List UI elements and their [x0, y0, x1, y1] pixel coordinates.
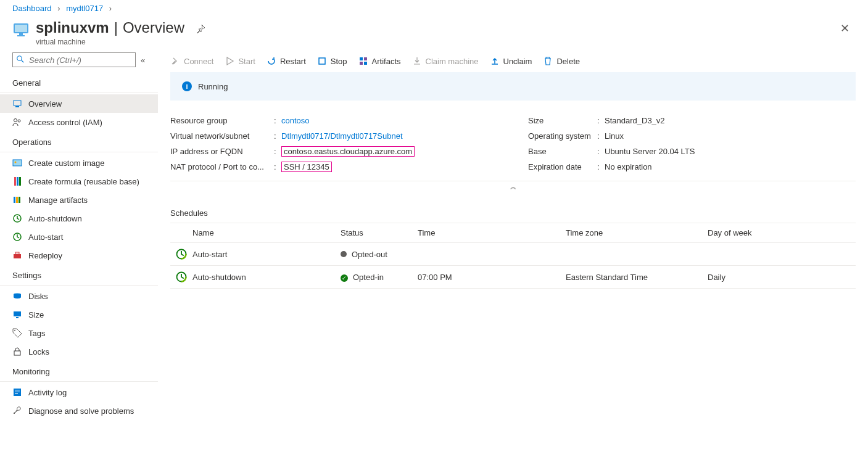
sidebar-item-artifacts[interactable]: Manage artifacts — [0, 191, 158, 209]
prop-label-size: Size — [528, 116, 597, 125]
delete-button[interactable]: Delete — [543, 56, 580, 66]
sidebar-item-redeploy[interactable]: Redeploy — [0, 246, 158, 265]
tag-icon — [12, 328, 22, 338]
main-content: Connect Start Restart Stop Artifacts Cla… — [158, 52, 868, 420]
sidebar-item-activity[interactable]: Activity log — [0, 383, 158, 401]
schedule-dow: Daily — [708, 273, 856, 282]
search-input[interactable] — [12, 52, 136, 67]
schedule-time: 07:00 PM — [418, 273, 566, 282]
sidebar-item-label: Locks — [28, 347, 49, 356]
vm-icon — [12, 21, 30, 38]
col-status: Status — [341, 228, 418, 237]
artifacts-icon — [12, 195, 22, 205]
table-row[interactable]: Auto-start Opted-out — [170, 243, 856, 266]
breadcrumb-lab[interactable]: mydtl0717 — [66, 4, 103, 13]
svg-rect-2 — [19, 33, 23, 35]
resource-type: virtual machine — [36, 38, 184, 46]
svg-rect-32 — [360, 57, 363, 60]
restart-button[interactable]: Restart — [267, 56, 306, 66]
search-field[interactable] — [28, 55, 131, 65]
pin-icon[interactable] — [196, 24, 205, 36]
artifacts-icon — [358, 56, 368, 66]
resource-name: splinuxvm — [36, 19, 109, 36]
svg-rect-7 — [15, 106, 19, 107]
fqdn-value[interactable]: contoso.eastus.cloudapp.azure.com — [281, 146, 415, 157]
sidebar-item-auto-shutdown[interactable]: Auto-shutdown — [0, 209, 158, 228]
sidebar-item-label: Size — [28, 310, 44, 319]
sidebar-item-label: Create custom image — [28, 159, 105, 168]
nav-header-settings: Settings — [0, 265, 158, 286]
sidebar-item-label: Diagnose and solve problems — [28, 406, 134, 416]
sidebar-item-locks[interactable]: Locks — [0, 342, 158, 361]
sidebar-item-label: Redeploy — [28, 251, 62, 260]
base-value: Ubuntu Server 20.04 LTS — [605, 147, 856, 156]
schedules-table: Name Status Time Time zone Day of week A… — [170, 223, 856, 289]
sidebar-item-size[interactable]: Size — [0, 305, 158, 324]
table-header-row: Name Status Time Time zone Day of week — [170, 223, 856, 243]
sidebar-item-overview[interactable]: Overview — [0, 94, 158, 113]
prop-label-os: Operating system — [528, 131, 597, 141]
chevron-right-icon: › — [109, 4, 112, 13]
svg-rect-12 — [14, 177, 16, 186]
status-dot-green-icon: ✓ — [341, 274, 348, 282]
svg-point-4 — [17, 56, 22, 60]
svg-rect-33 — [364, 57, 367, 60]
claim-button[interactable]: Claim machine — [412, 56, 479, 66]
table-row[interactable]: Auto-shutdown ✓Opted-in 07:00 PM Eastern… — [170, 266, 856, 289]
sidebar-item-label: Auto-shutdown — [28, 214, 82, 223]
sidebar: « General Overview Access control (IAM) … — [0, 52, 158, 420]
svg-rect-1 — [15, 25, 27, 32]
restart-icon — [267, 56, 276, 66]
nat-port-value[interactable]: SSH / 12345 — [281, 162, 332, 172]
properties-grid: Resource group : contoso Virtual network… — [158, 101, 868, 195]
prop-label-nat: NAT protocol / Port to co... — [170, 162, 274, 171]
sidebar-item-auto-start[interactable]: Auto-start — [0, 228, 158, 246]
search-icon — [17, 56, 24, 65]
play-icon — [225, 56, 234, 66]
schedule-status: ✓Opted-in — [341, 273, 418, 282]
status-text: Running — [198, 82, 228, 91]
sidebar-item-label: Tags — [28, 329, 45, 338]
schedule-name: Auto-start — [192, 250, 341, 259]
sidebar-collapse-icon[interactable]: « — [141, 56, 145, 65]
stop-button[interactable]: Stop — [317, 56, 347, 66]
prop-label-ip: IP address or FQDN — [170, 147, 274, 156]
col-dow: Day of week — [708, 228, 856, 237]
size-value: Standard_D3_v2 — [605, 116, 856, 125]
monitor-icon — [12, 310, 22, 319]
disk-icon — [12, 291, 22, 301]
unclaim-button[interactable]: Unclaim — [490, 56, 532, 66]
svg-rect-14 — [19, 177, 21, 186]
vnet-link[interactable]: Dtlmydtl0717/Dtlmydtl0717Subnet — [281, 131, 522, 141]
col-tz: Time zone — [566, 228, 708, 237]
sidebar-item-disks[interactable]: Disks — [0, 287, 158, 305]
wrench-icon — [12, 406, 22, 416]
sidebar-item-custom-image[interactable]: Create custom image — [0, 154, 158, 172]
svg-rect-15 — [14, 197, 15, 203]
sidebar-item-diagnose[interactable]: Diagnose and solve problems — [0, 401, 158, 420]
artifacts-button[interactable]: Artifacts — [358, 56, 401, 66]
start-button[interactable]: Start — [225, 56, 255, 66]
collapse-properties-icon[interactable]: ︽ — [170, 181, 856, 191]
sidebar-item-tags[interactable]: Tags — [0, 324, 158, 342]
overview-icon — [12, 99, 22, 109]
svg-rect-34 — [360, 62, 363, 65]
toolbox-icon — [12, 250, 22, 260]
nav-header-monitoring: Monitoring — [0, 361, 158, 382]
resource-group-link[interactable]: contoso — [281, 116, 522, 125]
svg-rect-28 — [15, 390, 20, 390]
status-dot-gray-icon — [341, 251, 347, 257]
clock-icon — [12, 213, 22, 223]
close-icon[interactable]: ✕ — [840, 22, 849, 35]
sidebar-item-iam[interactable]: Access control (IAM) — [0, 113, 158, 131]
page-title-row: splinuxvm | Overview virtual machine ✕ — [0, 15, 868, 52]
connect-button[interactable]: Connect — [170, 56, 213, 66]
svg-rect-10 — [13, 160, 22, 166]
log-icon — [12, 387, 22, 397]
svg-rect-16 — [16, 197, 18, 203]
breadcrumb-dashboard[interactable]: Dashboard — [12, 4, 52, 13]
upload-icon — [490, 56, 500, 66]
sidebar-item-formula[interactable]: Create formula (reusable base) — [0, 172, 158, 191]
col-name: Name — [192, 228, 341, 237]
download-icon — [412, 56, 422, 66]
